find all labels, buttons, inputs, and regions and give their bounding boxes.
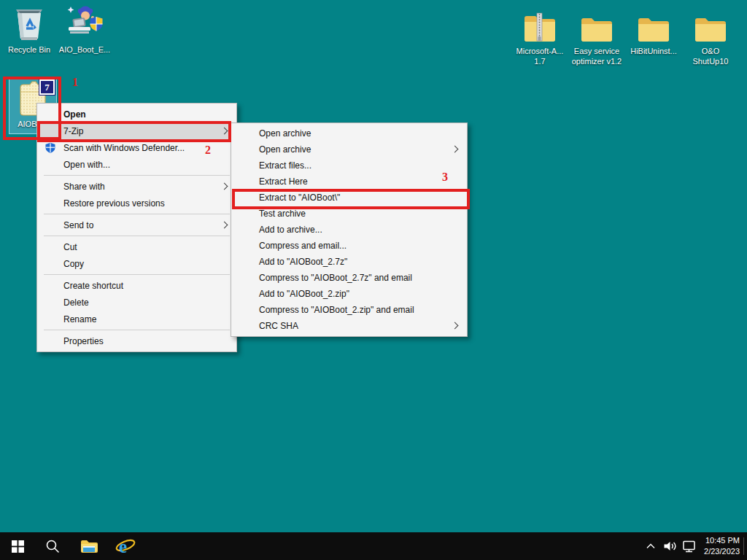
tray-show-hidden-icons-button[interactable] — [643, 532, 658, 560]
menu-item-label: Create shortcut — [63, 281, 123, 291]
submenu-item-add-to-7z[interactable]: Add to "AIOBoot_2.7z" — [231, 254, 467, 270]
windows-defender-shield-icon — [44, 142, 56, 154]
zip-folder-icon — [512, 6, 568, 44]
annotation-number-step1: 1 — [72, 76, 78, 89]
show-desktop-divider[interactable] — [743, 537, 744, 555]
menu-item-rename[interactable]: Rename — [37, 311, 236, 327]
menu-item-cut[interactable]: Cut — [37, 238, 236, 255]
desktop-icon-label-line2: 1.7 — [512, 56, 568, 66]
menu-item-scan-with-windows-defender[interactable]: Scan with Windows Defender... — [37, 139, 236, 156]
desktop-icon-oo-shutup10[interactable]: O&O ShutUp10 — [683, 6, 738, 66]
file-explorer-button[interactable] — [73, 532, 105, 560]
menu-item-label: Extract files... — [259, 160, 311, 171]
menu-item-label: Open archive — [259, 128, 311, 139]
menu-item-label: Scan with Windows Defender... — [63, 143, 185, 153]
menu-item-label: Compress and email... — [259, 241, 347, 251]
speaker-icon — [663, 540, 677, 552]
submenu-item-open-archive-as[interactable]: Open archive — [231, 141, 467, 158]
submenu-item-add-to-archive[interactable]: Add to archive... — [231, 222, 467, 238]
menu-item-copy[interactable]: Copy — [37, 255, 236, 272]
desktop-icon-label: Microsoft-A... — [512, 46, 568, 56]
menu-item-open[interactable]: Open — [37, 106, 236, 122]
submenu-arrow-icon — [452, 322, 459, 330]
submenu-arrow-icon — [221, 127, 228, 134]
desktop-icon-aio-boot-exe[interactable]: AIO_Boot_E... — [57, 4, 112, 55]
submenu-item-extract-files[interactable]: Extract files... — [231, 158, 467, 174]
menu-separator — [44, 274, 230, 275]
submenu-arrow-icon — [221, 182, 228, 190]
desktop-icon-label-line2: optimizer v1.2 — [569, 56, 624, 66]
menu-item-label: Add to "AIOBoot_2.zip" — [259, 289, 349, 299]
menu-item-create-shortcut[interactable]: Create shortcut — [37, 277, 236, 294]
clock-time: 10:45 PM — [689, 535, 740, 546]
submenu-item-open-archive[interactable]: Open archive — [231, 125, 467, 141]
aio-boot-cartoon-icon — [57, 4, 112, 42]
submenu-item-compress-and-email[interactable]: Compress and email... — [231, 238, 467, 254]
submenu-item-add-to-zip[interactable]: Add to "AIOBoot_2.zip" — [231, 286, 467, 302]
menu-item-label: Extract Here — [259, 176, 308, 187]
desktop-icon-label: O&O — [683, 46, 738, 56]
desktop-icon-microsoft-activation[interactable]: Microsoft-A... 1.7 — [512, 6, 568, 66]
menu-item-label: Restore previous versions — [63, 198, 165, 209]
start-button[interactable] — [1, 532, 34, 560]
folder-icon — [683, 6, 738, 44]
internet-explorer-icon: e — [115, 536, 136, 556]
windows-logo-icon — [12, 540, 24, 553]
clock-date: 2/23/2023 — [689, 546, 740, 557]
folder-icon — [626, 6, 681, 44]
menu-item-label: Extract to "AIOBoot\" — [259, 192, 340, 203]
menu-item-label: Open archive — [259, 144, 311, 155]
tray-volume-button[interactable] — [661, 532, 678, 560]
menu-item-label: Open — [63, 109, 86, 120]
menu-item-restore-previous-versions[interactable]: Restore previous versions — [37, 195, 236, 211]
chevron-up-icon — [646, 542, 656, 550]
menu-separator — [44, 175, 230, 176]
desktop-icon-recycle-bin[interactable]: Recycle Bin — [1, 4, 57, 55]
submenu-item-crc-sha[interactable]: CRC SHA — [231, 318, 467, 334]
submenu-item-extract-here[interactable]: Extract Here — [231, 174, 467, 190]
menu-item-label: Send to — [63, 220, 93, 230]
desktop-icon-label: AIO_Boot_E... — [57, 44, 112, 55]
desktop-icon-label: Easy service — [569, 46, 624, 56]
menu-item-label: Test archive — [259, 209, 306, 219]
submenu-arrow-icon — [221, 221, 228, 228]
menu-item-7zip[interactable]: 7-Zip — [37, 122, 236, 139]
submenu-item-test-archive[interactable]: Test archive — [231, 206, 467, 222]
menu-item-delete[interactable]: Delete — [37, 294, 236, 311]
folder-icon — [569, 6, 624, 44]
menu-item-open-with[interactable]: Open with... — [37, 156, 236, 173]
menu-item-label: CRC SHA — [259, 321, 298, 331]
menu-item-label: Copy — [63, 259, 84, 269]
menu-item-label: Delete — [63, 298, 89, 308]
7zip-submenu: Open archive Open archive Extract files.… — [231, 122, 468, 337]
svg-text:e: e — [119, 537, 127, 556]
taskbar: e 10:45 PM 2/23/2023 — [0, 532, 747, 560]
desktop-icon-hibit-uninstaller[interactable]: HiBitUninst... — [626, 6, 681, 56]
submenu-item-compress-to-7z-and-email[interactable]: Compress to "AIOBoot_2.7z" and email — [231, 270, 467, 286]
menu-item-label: Compress to "AIOBoot_2.zip" and email — [259, 305, 414, 315]
desktop-icon-easy-service-optimizer[interactable]: Easy service optimizer v1.2 — [569, 6, 624, 66]
menu-item-share-with[interactable]: Share with — [37, 178, 236, 195]
desktop-icon-label: Recycle Bin — [1, 44, 57, 55]
menu-item-label: Open with... — [63, 160, 110, 170]
menu-item-properties[interactable]: Properties — [37, 332, 236, 349]
menu-separator — [44, 236, 230, 236]
submenu-item-compress-to-zip-and-email[interactable]: Compress to "AIOBoot_2.zip" and email — [231, 302, 467, 318]
menu-item-send-to[interactable]: Send to — [37, 217, 236, 233]
7zip-badge-icon: 7 — [39, 79, 55, 95]
desktop-icon-label: HiBitUninst... — [626, 46, 681, 56]
menu-item-label: Rename — [63, 314, 96, 324]
taskbar-clock[interactable]: 10:45 PM 2/23/2023 — [689, 535, 740, 557]
menu-item-label: Cut — [63, 242, 77, 252]
submenu-arrow-icon — [452, 146, 459, 153]
submenu-item-extract-to-aioboot[interactable]: Extract to "AIOBoot\" — [231, 190, 467, 206]
desktop-icon-label-line2: ShutUp10 — [683, 56, 738, 66]
search-button[interactable] — [36, 532, 69, 560]
menu-item-label: Add to archive... — [259, 225, 322, 235]
menu-item-label: 7-Zip — [63, 126, 83, 136]
internet-explorer-button[interactable]: e — [109, 532, 142, 560]
menu-item-label: Share with — [63, 182, 105, 192]
file-explorer-icon — [80, 539, 98, 553]
menu-item-label: Add to "AIOBoot_2.7z" — [259, 257, 347, 267]
menu-item-label: Properties — [63, 336, 104, 346]
